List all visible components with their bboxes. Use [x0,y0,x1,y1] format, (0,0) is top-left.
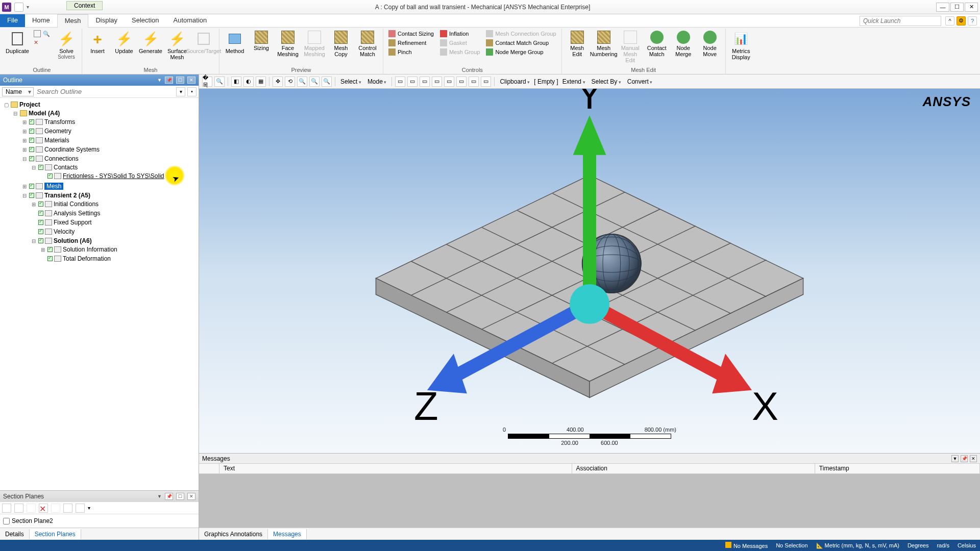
vt-g8-icon[interactable]: ▭ [481,77,491,87]
mapped-meshing-button[interactable]: Mapped Meshing [302,30,327,58]
tree-toggle[interactable]: ⊞ [21,129,28,134]
outline-max-icon[interactable]: ☐ [176,77,184,84]
tree-toggle[interactable]: ⊟ [21,193,28,198]
manual-mesh-edit-button[interactable]: Manual Mesh Edit [618,30,643,64]
mesh-numbering-button[interactable]: Mesh Numbering [592,30,616,58]
minimize-button[interactable]: — [936,3,949,12]
search-q-button[interactable]: Q🔍 [32,30,52,38]
tab-home[interactable]: Home [25,14,57,27]
control-match-button[interactable]: Control Match [355,30,380,58]
metrics-display-button[interactable]: 📊Metrics Display [729,30,753,61]
node-merge-group-button[interactable]: Node Merge Group [484,48,558,56]
status-units[interactable]: 📐 Metric (mm, kg, N, s, mV, mA) [816,542,899,549]
viewport-3d[interactable]: ANSYS [199,89,980,453]
outline-pin-icon[interactable]: 📌 [165,77,173,84]
tab-details[interactable]: Details [0,529,30,539]
vt-clipboard-dropdown[interactable]: Clipboard [498,78,532,85]
sp-max-icon[interactable]: ☐ [176,493,184,500]
vt-mode-dropdown[interactable]: Mode [365,78,389,85]
ribbon-collapse-icon[interactable]: ^ [945,16,954,26]
sp-pin-icon[interactable]: 📌 [165,493,173,500]
section-plane-item[interactable]: Section Plane2 [2,516,197,525]
quick-launch[interactable] [860,16,941,26]
tree-fixed[interactable]: Fixed Support [54,219,92,226]
sp-dropdown-icon[interactable]: ▼ [157,494,162,499]
face-meshing-button[interactable]: Face Meshing [276,30,300,58]
vt-g2-icon[interactable]: ▭ [407,77,418,87]
vt-shade-icon[interactable]: ◐ [243,77,254,87]
node-merge-button[interactable]: Node Merge [671,30,696,58]
messages-dd-icon[interactable]: ▼ [951,455,959,462]
sp-btn-4[interactable]: ✕ [39,504,48,513]
outline-close-icon[interactable]: ✕ [187,77,195,84]
vt-g5-icon[interactable]: ▭ [444,77,454,87]
duplicate-button[interactable]: Duplicate [5,30,30,55]
vt-g1-icon[interactable]: ▭ [395,77,405,87]
tree-toggle[interactable]: ⊟ [31,165,37,170]
sp-btn-7[interactable] [76,504,85,513]
source-target-button[interactable]: Source/Target [191,30,216,55]
tree-analysis[interactable]: Analysis Settings [54,210,100,217]
mesh-group-button[interactable]: Mesh Group [438,48,482,56]
vt-zoom2-icon[interactable]: 🔍 [297,77,307,87]
gasket-button[interactable]: Gasket [438,39,482,47]
vt-g7-icon[interactable]: ▭ [469,77,479,87]
pinch-button[interactable]: Pinch [386,48,436,56]
tree-solinfo[interactable]: Solution Information [63,246,117,253]
tree-toggle[interactable]: ⊟ [21,156,28,162]
tree-transforms[interactable]: Transforms [44,118,75,126]
outline-name-dropdown[interactable]: Name [2,87,34,96]
messages-col-blank[interactable] [199,464,219,473]
inflation-button[interactable]: Inflation [438,30,482,38]
vt-g3-icon[interactable]: ▭ [420,77,430,87]
sp-btn-6[interactable] [63,504,72,513]
tree-mesh-selected[interactable]: Mesh [44,183,63,190]
node-move-button[interactable]: Node Move [698,30,722,58]
tree-project[interactable]: Project [19,101,40,108]
vt-zoom-icon[interactable]: 🔍 [214,77,225,87]
messages-close-icon[interactable]: ✕ [970,455,977,462]
quick-launch-input[interactable] [860,16,941,26]
outline-tree[interactable]: ▢Project ⊟Model (A4) ⊞Transforms ⊞Geomet… [0,98,199,490]
tree-toggle[interactable]: ⊟ [12,111,18,116]
vt-rotate-icon[interactable]: ⟲ [285,77,295,87]
contact-match-group-button[interactable]: Contact Match Group [484,39,558,47]
sizing-button[interactable]: Sizing [249,30,274,52]
vt-zoom3-icon[interactable]: 🔍 [309,77,320,87]
solve-button[interactable]: ⚡SolveSolvers [54,30,79,61]
tab-section-planes[interactable]: Section Planes [30,529,81,539]
update-button[interactable]: ⚡Update [112,30,136,55]
contact-match-button[interactable]: Contact Match [645,30,669,58]
vt-pan-icon[interactable]: ✥ [273,77,283,87]
sp-btn-2[interactable] [14,504,23,513]
maximize-button[interactable]: ☐ [950,3,964,12]
method-button[interactable]: Method [223,30,247,55]
insert-button[interactable]: +Insert [85,30,110,55]
tree-toggle[interactable]: ⊞ [21,184,28,189]
vt-select-by-dropdown[interactable]: Select By [590,78,623,85]
tree-solution[interactable]: Solution (A6) [54,237,92,244]
qat-save-icon[interactable] [14,3,23,12]
mesh-edit-button[interactable]: Mesh Edit [565,30,590,58]
tree-materials[interactable]: Materials [44,137,69,144]
vt-select-dropdown[interactable]: Select [338,78,363,85]
tab-graphics-annotations[interactable]: Graphics Annotations [199,529,268,539]
help-icon[interactable]: ? [968,16,977,26]
outline-more-icon[interactable]: • [187,87,197,96]
tab-messages[interactable]: Messages [268,529,307,539]
outline-search-input[interactable] [36,87,174,96]
messages-col-time[interactable]: Timestamp [815,464,980,473]
tree-toggle[interactable]: ⊞ [31,202,37,207]
sp-btn-5[interactable] [51,504,60,513]
tree-velocity[interactable]: Velocity [54,228,75,235]
tree-toggle[interactable]: ⊟ [31,238,37,244]
contact-sizing-button[interactable]: Contact Sizing [386,30,436,38]
tab-automation[interactable]: Automation [166,14,214,27]
refinement-button[interactable]: Refinement [386,39,436,47]
tree-coord[interactable]: Coordinate Systems [44,146,100,153]
tab-selection[interactable]: Selection [125,14,166,27]
tree-toggle[interactable]: ▢ [3,102,9,108]
vt-g6-icon[interactable]: ▭ [456,77,467,87]
orientation-triad[interactable]: Y X Z [199,89,980,453]
mesh-connection-group-button[interactable]: Mesh Connection Group [484,30,558,38]
